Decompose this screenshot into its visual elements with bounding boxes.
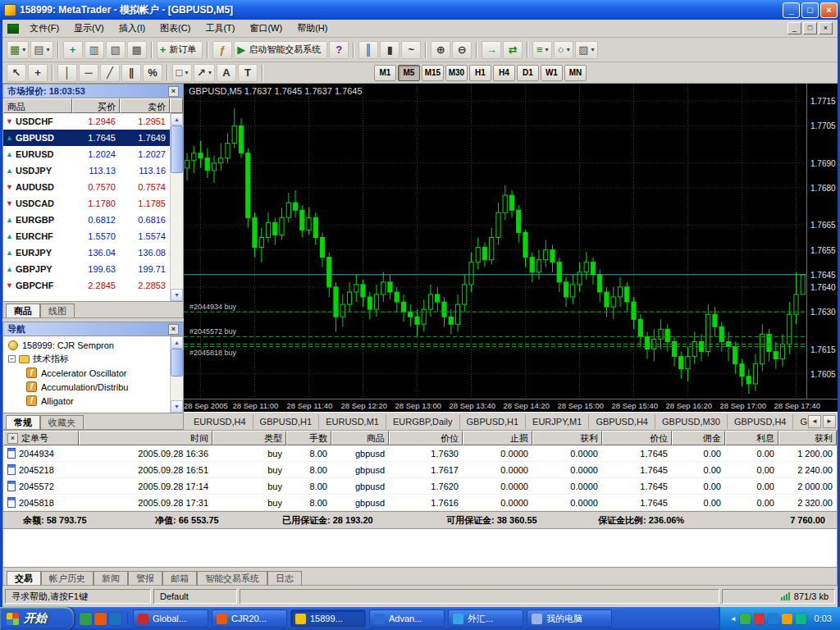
time-axis[interactable]: 28 Sep 200528 Sep 11:0028 Sep 11:4028 Se… — [184, 399, 838, 412]
restore-button[interactable]: □ — [801, 2, 819, 18]
arrows-button[interactable]: ↗▾ — [194, 64, 215, 82]
quick-launch-icon[interactable] — [94, 613, 107, 625]
chart-tabs-scroll-right-icon[interactable]: ► — [823, 415, 836, 428]
terminal-column-header[interactable]: ×定单号 — [3, 431, 79, 445]
timeframe-h4-button[interactable]: H4 — [493, 65, 515, 81]
terminal-tab[interactable]: 交易 — [7, 571, 41, 585]
timeframe-m1-button[interactable]: M1 — [374, 65, 396, 81]
templates-button[interactable]: ▨▾ — [575, 41, 597, 59]
symbol-column-header[interactable]: 商品 — [3, 98, 72, 113]
minimize-button[interactable]: _ — [783, 2, 800, 18]
menu-item[interactable]: 帮助(H) — [290, 21, 335, 35]
navigator-indicators-folder[interactable]: − 技术指标 — [3, 352, 170, 366]
order-row[interactable]: 20455722005.09.28 17:14buy8.00gbpusd1.76… — [3, 478, 837, 495]
navigator-indicator-item[interactable]: fAlligator — [3, 394, 170, 408]
chart-tab[interactable]: GBPUSD,H1 — [460, 414, 527, 429]
price-scale[interactable]: 1.77151.77051.76901.76801.76651.76551.76… — [806, 84, 838, 399]
data-window-toggle-button[interactable]: ▥ — [84, 41, 104, 59]
indicators-list-button[interactable]: ≡▾ — [532, 41, 552, 59]
quick-launch-icon[interactable] — [109, 613, 121, 625]
menu-item[interactable]: 图表(C) — [153, 21, 198, 35]
navigator-account-item[interactable]: 158999: CJR Sempron — [3, 338, 170, 352]
navigator-indicator-item[interactable]: fAccumulation/Distribu — [3, 380, 170, 394]
new-order-button[interactable]: +新订单 — [157, 41, 203, 59]
menu-item[interactable]: 文件(F) — [22, 21, 66, 35]
zoom-in-button[interactable]: ⊕ — [431, 41, 450, 59]
order-row[interactable]: 20449342005.09.28 16:36buy8.00gbpusd1.76… — [3, 445, 837, 462]
order-row[interactable]: 20452182005.09.28 16:51buy8.00gbpusd1.76… — [3, 462, 837, 478]
market-watch-row[interactable]: ▲EURJPY136.04136.08 — [3, 244, 170, 261]
market-watch-row[interactable]: ▼GBPCHF2.28452.2853 — [3, 277, 170, 294]
taskbar-task-button[interactable]: Advan... — [369, 609, 445, 628]
taskbar-task-button[interactable]: Global... — [133, 609, 208, 628]
market-watch-row[interactable]: ▼AUDUSD0.75700.7574 — [3, 179, 170, 195]
navigator-indicator-item[interactable]: fAccelerator Oscillator — [3, 366, 170, 380]
terminal-column-header[interactable]: 手数 — [286, 431, 331, 445]
chart-tab[interactable]: GBPUSD,M30 — [655, 414, 728, 429]
market-watch-tab[interactable]: 线图 — [40, 304, 75, 317]
text-label-button[interactable]: T — [238, 64, 258, 82]
new-chart-button[interactable]: ▦▾ — [7, 41, 29, 59]
taskbar-task-button[interactable]: 我的电脑 — [527, 609, 612, 628]
market-watch-scrollbar[interactable]: ▲ ▼ — [170, 113, 183, 301]
cursor-button[interactable]: ↖ — [7, 64, 26, 82]
chart-shift-button[interactable]: ⇄ — [503, 41, 523, 59]
terminal-column-header[interactable]: 获利 — [778, 431, 837, 445]
expert-advisors-button[interactable]: ƒ — [212, 41, 232, 59]
market-watch-row[interactable]: ▲GBPJPY199.63199.71 — [3, 261, 170, 277]
quick-launch-icon[interactable] — [80, 613, 92, 625]
menu-item[interactable]: 工具(T) — [198, 21, 242, 35]
order-row[interactable]: 20458182005.09.28 17:31buy8.00gbpusd1.76… — [3, 495, 837, 511]
timeframe-d1-button[interactable]: D1 — [517, 65, 539, 81]
child-close-button[interactable]: × — [819, 22, 833, 34]
periods-list-button[interactable]: ○▾ — [554, 41, 573, 59]
chart-tab[interactable]: GBPL — [793, 414, 808, 429]
timeframe-mn-button[interactable]: MN — [564, 65, 587, 81]
market-watch-row[interactable]: ▼USDCAD1.17801.1785 — [3, 195, 170, 212]
horizontal-line-button[interactable]: ─ — [79, 64, 98, 82]
market-watch-row[interactable]: ▲EURCHF1.55701.5574 — [3, 228, 170, 244]
navigator-tab[interactable]: 常规 — [6, 415, 40, 429]
market-watch-row[interactable]: ▲EURUSD1.20241.2027 — [3, 146, 170, 162]
chart-tab[interactable]: GBPUSD,H1 — [253, 414, 320, 429]
navigator-tab[interactable]: 收藏夹 — [40, 415, 84, 429]
shapes-button[interactable]: □▾ — [172, 64, 192, 82]
scroll-up-button[interactable]: ▲ — [171, 336, 183, 349]
start-ea-button[interactable]: ▶启动智能交易系统 — [234, 41, 327, 59]
chart-tab[interactable]: GBPUSD,H4 — [728, 414, 794, 429]
navigator-toggle-button[interactable]: ▧ — [106, 41, 126, 59]
navigator-close-button[interactable]: × — [168, 324, 179, 335]
terminal-column-header[interactable]: 止损 — [463, 431, 532, 445]
scrollbar-thumb[interactable] — [171, 349, 183, 377]
menu-item[interactable]: 窗口(W) — [242, 21, 290, 35]
terminal-tab[interactable]: 智能交易系统 — [197, 571, 267, 585]
equidistant-channel-button[interactable]: ∥ — [121, 64, 141, 82]
child-minimize-button[interactable]: _ — [788, 22, 801, 34]
timeframe-m30-button[interactable]: M30 — [445, 65, 468, 81]
market-watch-tab[interactable]: 商品 — [6, 304, 40, 317]
terminal-tab[interactable]: 日志 — [267, 571, 302, 585]
timeframe-m15-button[interactable]: M15 — [422, 65, 444, 81]
child-restore-button[interactable]: □ — [803, 22, 817, 34]
chart-tab[interactable]: EURGBP,Daily — [386, 414, 460, 429]
market-watch-close-button[interactable]: × — [168, 86, 179, 97]
close-button[interactable]: × — [820, 2, 838, 18]
market-watch-row[interactable]: ▲GBPUSD1.76451.7649 — [3, 130, 170, 146]
terminal-toggle-button[interactable]: ▩ — [127, 41, 147, 59]
terminal-tab[interactable]: 新闻 — [94, 571, 128, 585]
terminal-tab[interactable]: 帐户历史 — [41, 571, 94, 585]
chart-tab[interactable]: EURUSD,M1 — [319, 414, 386, 429]
timeframe-w1-button[interactable]: W1 — [541, 65, 563, 81]
line-chart-button[interactable]: ~ — [401, 41, 421, 59]
candlestick-plot[interactable]: #2044934 buy#2045572 buy#2045818 buy — [184, 84, 806, 399]
tray-chevron-icon[interactable]: ◄ — [730, 615, 737, 623]
terminal-column-header[interactable]: 时间 — [79, 431, 212, 445]
bid-column-header[interactable]: 买价 — [72, 98, 120, 113]
terminal-column-header[interactable]: 价位 — [389, 431, 463, 445]
taskbar-task-button[interactable]: 外汇... — [448, 609, 523, 628]
text-button[interactable]: A — [217, 64, 236, 82]
taskbar-task-button[interactable]: CJR20... — [212, 609, 287, 628]
collapse-icon[interactable]: − — [8, 355, 16, 363]
start-button[interactable]: 开始 — [0, 607, 74, 630]
timeframe-h1-button[interactable]: H1 — [469, 65, 491, 81]
